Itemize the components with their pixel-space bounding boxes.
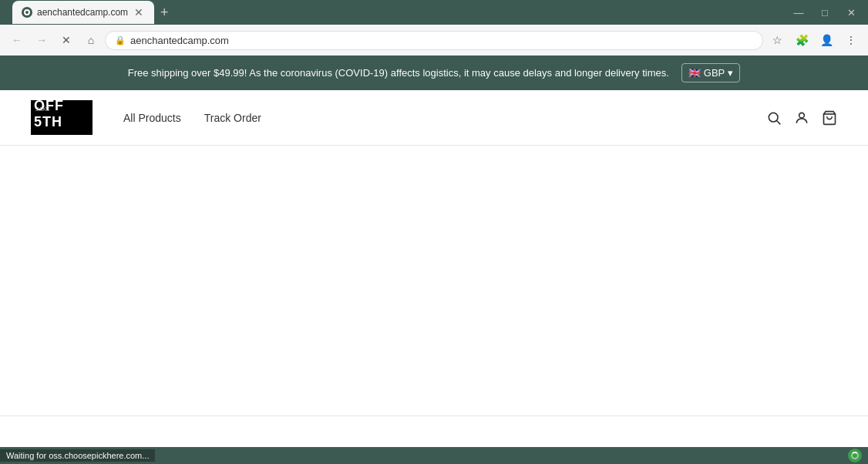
announcement-bar: Free shipping over $49.99! As the corona… [0,55,868,90]
currency-chevron-icon: ▾ [728,67,733,79]
tab-favicon [22,7,32,18]
cart-button[interactable] [822,110,837,126]
browser-toolbar: ← → ✕ ⌂ 🔒 aenchantedcamp.com ☆ 🧩 👤 ⋮ [0,25,868,55]
logo-off5th-text: OFF5TH [34,98,64,130]
user-icon[interactable]: 👤 [816,29,837,51]
url-text: aenchantedcamp.com [130,35,753,46]
account-button[interactable] [794,110,809,126]
site-logo[interactable]: saks OFF5TH [31,100,93,135]
spinner [848,449,862,462]
site-wrapper: Free shipping over $49.99! As the corona… [0,55,868,464]
window-controls: — □ ✕ [788,2,862,23]
bookmark-icon[interactable]: ☆ [766,29,788,51]
extensions-button[interactable]: 🧩 [791,29,812,51]
currency-selector[interactable]: 🇬🇧 GBP ▾ [681,63,740,82]
search-icon [766,110,782,126]
spinner-inner [851,452,859,459]
title-bar: aenchantedcamp.com ✕ + — □ ✕ [0,0,868,25]
cart-icon [822,110,837,126]
flag-icon: 🇬🇧 [688,67,701,79]
tab-close-button[interactable]: ✕ [133,6,145,18]
forward-button[interactable]: → [31,29,52,51]
browser-action-buttons: ☆ 🧩 👤 ⋮ [766,29,862,51]
header-icons [766,110,837,126]
close-button[interactable]: ✕ [840,2,862,23]
settings-button[interactable]: ⋮ [840,29,862,51]
svg-point-0 [769,113,778,122]
tab-bar: aenchantedcamp.com ✕ + [6,1,181,24]
back-button[interactable]: ← [6,29,28,51]
announcement-text: Free shipping over $49.99! As the corona… [128,67,669,79]
search-button[interactable] [766,110,782,126]
nav-track-order[interactable]: Track Order [204,112,261,124]
currency-code: GBP [704,67,725,79]
site-navigation: All Products Track Order [123,112,766,124]
logo-image: saks OFF5TH [31,100,93,135]
address-bar[interactable]: 🔒 aenchantedcamp.com [105,31,763,50]
site-header: saks OFF5TH All Products Track Order [0,90,868,146]
maximize-button[interactable]: □ [814,2,836,23]
minimize-button[interactable]: — [788,2,809,23]
status-text: Waiting for oss.choosepickhere.com... [0,449,155,462]
site-main [0,146,868,415]
status-bar: Waiting for oss.choosepickhere.com... [0,447,868,464]
home-button[interactable]: ⌂ [80,29,102,51]
svg-line-1 [777,120,781,124]
lock-icon: 🔒 [115,35,126,45]
browser-chrome: aenchantedcamp.com ✕ + — □ ✕ [0,0,868,25]
active-tab[interactable]: aenchantedcamp.com ✕ [12,1,154,24]
loading-indicator [848,449,862,462]
account-icon [794,110,809,126]
tab-title: aenchantedcamp.com [37,7,128,18]
reload-button[interactable]: ✕ [56,29,77,51]
nav-all-products[interactable]: All Products [123,112,181,124]
new-tab-button[interactable]: + [154,2,175,24]
svg-point-2 [799,113,805,118]
